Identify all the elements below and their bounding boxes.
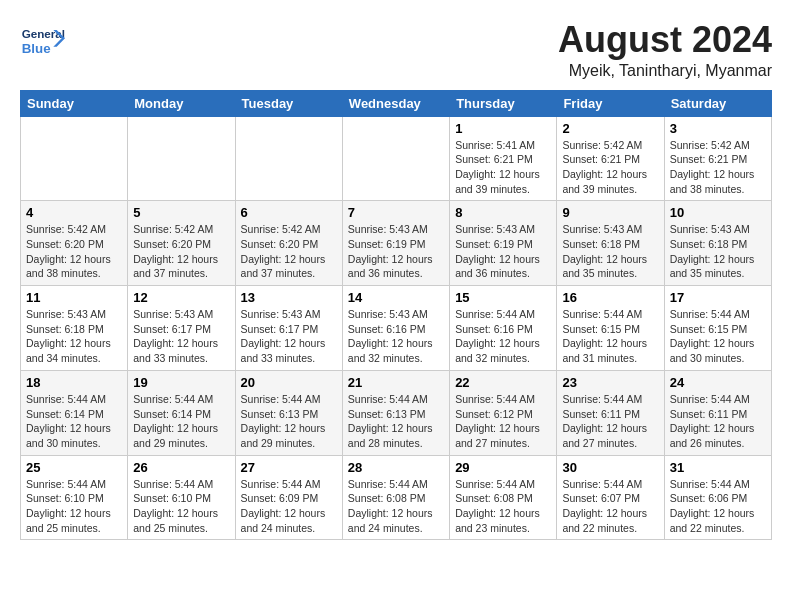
weekday-header-sunday: Sunday [21, 90, 128, 116]
calendar-cell: 14Sunrise: 5:43 AMSunset: 6:16 PMDayligh… [342, 286, 449, 371]
day-info: Sunrise: 5:44 AMSunset: 6:08 PMDaylight:… [348, 477, 444, 536]
calendar-cell: 17Sunrise: 5:44 AMSunset: 6:15 PMDayligh… [664, 286, 771, 371]
calendar-cell: 24Sunrise: 5:44 AMSunset: 6:11 PMDayligh… [664, 370, 771, 455]
day-info: Sunrise: 5:42 AMSunset: 6:21 PMDaylight:… [562, 138, 658, 197]
day-number: 10 [670, 205, 766, 220]
weekday-header-thursday: Thursday [450, 90, 557, 116]
weekday-header-monday: Monday [128, 90, 235, 116]
day-info: Sunrise: 5:44 AMSunset: 6:15 PMDaylight:… [670, 307, 766, 366]
day-info: Sunrise: 5:44 AMSunset: 6:09 PMDaylight:… [241, 477, 337, 536]
calendar-cell: 11Sunrise: 5:43 AMSunset: 6:18 PMDayligh… [21, 286, 128, 371]
calendar-cell: 12Sunrise: 5:43 AMSunset: 6:17 PMDayligh… [128, 286, 235, 371]
calendar-cell [128, 116, 235, 201]
calendar-cell: 15Sunrise: 5:44 AMSunset: 6:16 PMDayligh… [450, 286, 557, 371]
calendar-cell: 7Sunrise: 5:43 AMSunset: 6:19 PMDaylight… [342, 201, 449, 286]
day-info: Sunrise: 5:43 AMSunset: 6:18 PMDaylight:… [670, 222, 766, 281]
day-number: 1 [455, 121, 551, 136]
calendar-cell: 21Sunrise: 5:44 AMSunset: 6:13 PMDayligh… [342, 370, 449, 455]
svg-text:Blue: Blue [22, 41, 51, 56]
day-number: 31 [670, 460, 766, 475]
weekday-header-friday: Friday [557, 90, 664, 116]
day-info: Sunrise: 5:44 AMSunset: 6:15 PMDaylight:… [562, 307, 658, 366]
weekday-header-tuesday: Tuesday [235, 90, 342, 116]
day-info: Sunrise: 5:43 AMSunset: 6:19 PMDaylight:… [348, 222, 444, 281]
calendar-cell: 1Sunrise: 5:41 AMSunset: 6:21 PMDaylight… [450, 116, 557, 201]
day-number: 28 [348, 460, 444, 475]
logo-icon: General Blue [20, 20, 70, 60]
day-number: 22 [455, 375, 551, 390]
day-info: Sunrise: 5:44 AMSunset: 6:13 PMDaylight:… [348, 392, 444, 451]
logo: General Blue [20, 20, 70, 60]
month-year-title: August 2024 [558, 20, 772, 60]
page-header: General Blue August 2024 Myeik, Tanintha… [20, 20, 772, 80]
weekday-header-row: SundayMondayTuesdayWednesdayThursdayFrid… [21, 90, 772, 116]
day-number: 25 [26, 460, 122, 475]
day-number: 12 [133, 290, 229, 305]
day-info: Sunrise: 5:43 AMSunset: 6:18 PMDaylight:… [26, 307, 122, 366]
day-info: Sunrise: 5:44 AMSunset: 6:08 PMDaylight:… [455, 477, 551, 536]
day-number: 13 [241, 290, 337, 305]
day-info: Sunrise: 5:44 AMSunset: 6:12 PMDaylight:… [455, 392, 551, 451]
day-info: Sunrise: 5:44 AMSunset: 6:11 PMDaylight:… [670, 392, 766, 451]
calendar-cell: 19Sunrise: 5:44 AMSunset: 6:14 PMDayligh… [128, 370, 235, 455]
day-info: Sunrise: 5:43 AMSunset: 6:16 PMDaylight:… [348, 307, 444, 366]
day-number: 7 [348, 205, 444, 220]
day-info: Sunrise: 5:42 AMSunset: 6:20 PMDaylight:… [133, 222, 229, 281]
day-number: 3 [670, 121, 766, 136]
day-info: Sunrise: 5:44 AMSunset: 6:13 PMDaylight:… [241, 392, 337, 451]
calendar-cell: 10Sunrise: 5:43 AMSunset: 6:18 PMDayligh… [664, 201, 771, 286]
calendar-cell: 4Sunrise: 5:42 AMSunset: 6:20 PMDaylight… [21, 201, 128, 286]
day-number: 14 [348, 290, 444, 305]
day-number: 5 [133, 205, 229, 220]
day-number: 23 [562, 375, 658, 390]
calendar-table: SundayMondayTuesdayWednesdayThursdayFrid… [20, 90, 772, 541]
day-number: 17 [670, 290, 766, 305]
calendar-cell [21, 116, 128, 201]
day-info: Sunrise: 5:43 AMSunset: 6:18 PMDaylight:… [562, 222, 658, 281]
day-info: Sunrise: 5:44 AMSunset: 6:16 PMDaylight:… [455, 307, 551, 366]
calendar-cell: 8Sunrise: 5:43 AMSunset: 6:19 PMDaylight… [450, 201, 557, 286]
day-number: 19 [133, 375, 229, 390]
calendar-cell [235, 116, 342, 201]
day-number: 29 [455, 460, 551, 475]
day-number: 27 [241, 460, 337, 475]
calendar-week-row: 1Sunrise: 5:41 AMSunset: 6:21 PMDaylight… [21, 116, 772, 201]
day-number: 21 [348, 375, 444, 390]
day-number: 15 [455, 290, 551, 305]
day-info: Sunrise: 5:42 AMSunset: 6:21 PMDaylight:… [670, 138, 766, 197]
calendar-cell: 22Sunrise: 5:44 AMSunset: 6:12 PMDayligh… [450, 370, 557, 455]
day-number: 2 [562, 121, 658, 136]
location-subtitle: Myeik, Tanintharyi, Myanmar [558, 62, 772, 80]
calendar-cell: 23Sunrise: 5:44 AMSunset: 6:11 PMDayligh… [557, 370, 664, 455]
day-number: 24 [670, 375, 766, 390]
day-number: 6 [241, 205, 337, 220]
day-info: Sunrise: 5:44 AMSunset: 6:14 PMDaylight:… [26, 392, 122, 451]
calendar-cell: 27Sunrise: 5:44 AMSunset: 6:09 PMDayligh… [235, 455, 342, 540]
day-info: Sunrise: 5:44 AMSunset: 6:06 PMDaylight:… [670, 477, 766, 536]
day-info: Sunrise: 5:44 AMSunset: 6:10 PMDaylight:… [26, 477, 122, 536]
day-info: Sunrise: 5:44 AMSunset: 6:14 PMDaylight:… [133, 392, 229, 451]
day-number: 16 [562, 290, 658, 305]
day-number: 30 [562, 460, 658, 475]
calendar-cell: 3Sunrise: 5:42 AMSunset: 6:21 PMDaylight… [664, 116, 771, 201]
day-number: 18 [26, 375, 122, 390]
calendar-week-row: 11Sunrise: 5:43 AMSunset: 6:18 PMDayligh… [21, 286, 772, 371]
calendar-cell: 16Sunrise: 5:44 AMSunset: 6:15 PMDayligh… [557, 286, 664, 371]
calendar-cell: 28Sunrise: 5:44 AMSunset: 6:08 PMDayligh… [342, 455, 449, 540]
day-number: 9 [562, 205, 658, 220]
day-info: Sunrise: 5:43 AMSunset: 6:17 PMDaylight:… [241, 307, 337, 366]
calendar-cell: 18Sunrise: 5:44 AMSunset: 6:14 PMDayligh… [21, 370, 128, 455]
weekday-header-wednesday: Wednesday [342, 90, 449, 116]
day-info: Sunrise: 5:44 AMSunset: 6:07 PMDaylight:… [562, 477, 658, 536]
day-info: Sunrise: 5:41 AMSunset: 6:21 PMDaylight:… [455, 138, 551, 197]
calendar-cell: 31Sunrise: 5:44 AMSunset: 6:06 PMDayligh… [664, 455, 771, 540]
calendar-cell: 2Sunrise: 5:42 AMSunset: 6:21 PMDaylight… [557, 116, 664, 201]
calendar-cell: 20Sunrise: 5:44 AMSunset: 6:13 PMDayligh… [235, 370, 342, 455]
day-info: Sunrise: 5:44 AMSunset: 6:11 PMDaylight:… [562, 392, 658, 451]
day-number: 20 [241, 375, 337, 390]
calendar-week-row: 4Sunrise: 5:42 AMSunset: 6:20 PMDaylight… [21, 201, 772, 286]
calendar-cell: 13Sunrise: 5:43 AMSunset: 6:17 PMDayligh… [235, 286, 342, 371]
calendar-cell: 6Sunrise: 5:42 AMSunset: 6:20 PMDaylight… [235, 201, 342, 286]
weekday-header-saturday: Saturday [664, 90, 771, 116]
day-number: 11 [26, 290, 122, 305]
